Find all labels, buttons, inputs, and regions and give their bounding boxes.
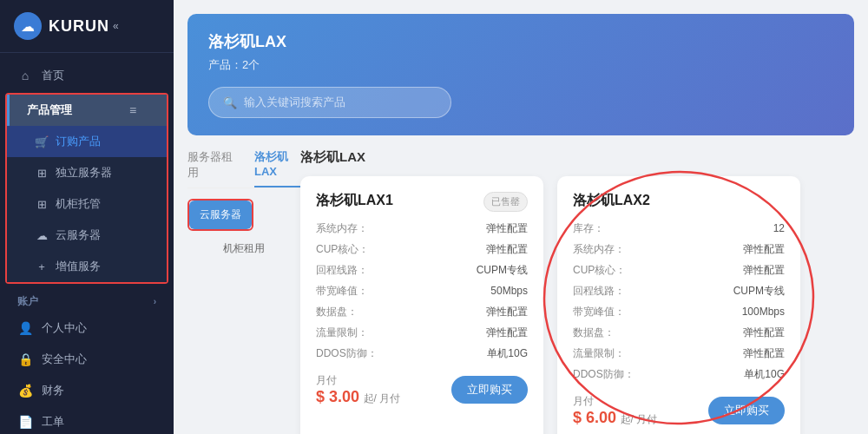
- lax1-footer: 月付 $ 3.00 起/ 月付 立即购买: [316, 373, 528, 406]
- lax1-spec-cpu: CUP核心： 弹性配置: [316, 241, 528, 257]
- tab-server-rental[interactable]: 服务器租用: [187, 149, 233, 187]
- logo-icon: ☁: [14, 12, 42, 40]
- tab-lax[interactable]: 洛杉矶LAX: [254, 149, 300, 187]
- content-layout: 服务器租用 洛杉矶LAX 云服务器 机柜租用 洛杉矶LAX: [187, 149, 854, 434]
- home-label: 首页: [42, 68, 64, 83]
- account-label: 账户: [17, 294, 38, 309]
- product-management-label: 产品管理: [27, 102, 72, 118]
- lax1-spec-route: 回程线路： CUPM专线: [316, 262, 528, 278]
- lax2-spec-disk: 数据盘： 弹性配置: [573, 325, 785, 340]
- subscribe-label: 订购产品: [56, 134, 101, 149]
- lax2-spec-bandwidth: 带宽峰值： 100Mbps: [573, 304, 785, 319]
- lax1-spec-ddos: DDOS防御： 单机10G: [316, 345, 528, 361]
- lax1-price-area: 月付 $ 3.00 起/ 月付: [316, 373, 400, 406]
- security-label: 安全中心: [42, 352, 87, 367]
- lax2-buy-button[interactable]: 立即购买: [708, 397, 785, 424]
- lax1-buy-button[interactable]: 立即购买: [451, 376, 528, 404]
- home-icon: ⌂: [17, 68, 33, 83]
- lax1-spec-traffic: 流量限制： 弹性配置: [316, 325, 528, 340]
- rack-icon: ⊞: [35, 197, 49, 211]
- blue-card-title: 洛杉矶LAX: [208, 31, 833, 52]
- finance-icon: 💰: [17, 383, 33, 398]
- search-icon: 🔍: [223, 96, 237, 109]
- products-grid: 洛杉矶LAX1 已售罄 系统内存： 弹性配置 CUP核心： 弹性配置 回程线路：: [300, 176, 854, 434]
- sidebar-item-rack-hosting[interactable]: ⊞ 机柜托管: [7, 188, 167, 220]
- sidebar-item-cloud-server[interactable]: ☁ 云服务器: [7, 220, 167, 251]
- sidebar-item-finance[interactable]: 💰 财务: [0, 375, 174, 406]
- logo-text: KURUN: [49, 17, 109, 36]
- sidebar-item-subscribe-product[interactable]: 🛒 订购产品: [7, 126, 167, 157]
- blue-header-card: 洛杉矶LAX 产品：2个 🔍 输入关键词搜索产品: [187, 14, 854, 135]
- sub-nav-rack-rental[interactable]: 机柜租用: [187, 234, 300, 263]
- dedicated-server-label: 独立服务器: [56, 165, 112, 181]
- ticket-icon: 📄: [17, 414, 33, 430]
- value-added-label: 增值服务: [56, 259, 101, 274]
- sidebar-item-profile[interactable]: 👤 个人中心: [0, 312, 174, 344]
- product-management-section: 产品管理 ≡ 🛒 订购产品 ⊞ 独立服务器 ⊞ 机柜托管 ☁ 云服务器 + 增值…: [5, 93, 168, 284]
- cloud-server-label: 云服务器: [56, 227, 101, 243]
- menu-icon: ≡: [125, 102, 141, 118]
- lax1-spec-memory: 系统内存： 弹性配置: [316, 220, 528, 236]
- main-content: 洛杉矶LAX 产品：2个 🔍 输入关键词搜索产品 服务器租用 洛杉矶LAX 云服…: [174, 0, 868, 434]
- product-management-header: 产品管理 ≡: [7, 95, 167, 126]
- sub-nav-cloud-server[interactable]: 云服务器: [189, 201, 252, 229]
- cart-icon: 🛒: [35, 135, 49, 148]
- logo-arrows: «: [113, 20, 119, 32]
- account-chevron: ›: [154, 297, 156, 306]
- profile-label: 个人中心: [42, 320, 87, 336]
- cloud-server-sub-nav-wrapper: 云服务器: [187, 199, 253, 231]
- logo-area: ☁ KURUN «: [0, 0, 174, 53]
- lax2-spec-memory: 系统内存： 弹性配置: [573, 241, 785, 257]
- sidebar-nav: ⌂ 首页 产品管理 ≡ 🛒 订购产品 ⊞ 独立服务器 ⊞ 机柜托管 ☁: [0, 53, 174, 434]
- sidebar-item-dedicated-server[interactable]: ⊞ 独立服务器: [7, 157, 167, 188]
- server-icon: ⊞: [35, 166, 49, 180]
- lax2-price-area: 月付 $ 6.00 起/ 月付: [573, 394, 657, 427]
- blue-card-subtitle: 产品：2个: [208, 57, 833, 73]
- lax1-spec-bandwidth: 带宽峰值： 50Mbps: [316, 283, 528, 299]
- right-panel: 洛杉矶LAX 洛杉矶LAX1 已售罄 系统内存： 弹性配置 CUP核心： 弹性配…: [300, 149, 854, 434]
- cloud-icon: ☁: [35, 228, 49, 242]
- sidebar-item-value-added[interactable]: + 增值服务: [7, 251, 167, 282]
- sidebar-item-ticket[interactable]: 📄 工单: [0, 406, 174, 434]
- finance-label: 财务: [42, 383, 64, 398]
- rack-hosting-label: 机柜托管: [56, 196, 101, 212]
- account-section-header: 账户 ›: [0, 286, 174, 312]
- sub-nav-area: 云服务器 机柜租用: [187, 199, 300, 263]
- lax2-specs: 库存： 12 系统内存： 弹性配置 CUP核心： 弹性配置 回程线路：: [573, 220, 785, 382]
- lax1-spec-disk: 数据盘： 弹性配置: [316, 304, 528, 319]
- product-search-box[interactable]: 🔍 输入关键词搜索产品: [208, 87, 451, 118]
- lax2-spec-route: 回程线路： CUPM专线: [573, 283, 785, 299]
- products-section-title: 洛杉矶LAX: [300, 149, 854, 166]
- sidebar-item-home[interactable]: ⌂ 首页: [0, 60, 174, 91]
- lax2-spec-traffic: 流量限制： 弹性配置: [573, 345, 785, 361]
- plus-icon: +: [35, 260, 49, 273]
- profile-icon: 👤: [17, 320, 33, 336]
- lax1-specs: 系统内存： 弹性配置 CUP核心： 弹性配置 回程线路： CUPM专线 带宽: [316, 220, 528, 361]
- left-panel: 服务器租用 洛杉矶LAX 云服务器 机柜租用: [187, 149, 300, 434]
- search-placeholder: 输入关键词搜索产品: [244, 95, 345, 110]
- ticket-label: 工单: [42, 414, 64, 430]
- product-card-lax1: 洛杉矶LAX1 已售罄 系统内存： 弹性配置 CUP核心： 弹性配置 回程线路：: [300, 176, 543, 434]
- lax2-title: 洛杉矶LAX2: [573, 192, 785, 210]
- lax2-footer: 月付 $ 6.00 起/ 月付 立即购买: [573, 394, 785, 427]
- sold-out-badge: 已售罄: [483, 192, 528, 212]
- lax2-spec-stock: 库存： 12: [573, 220, 785, 236]
- lax2-spec-cpu: CUP核心： 弹性配置: [573, 262, 785, 278]
- lax2-spec-ddos: DDOS防御： 单机10G: [573, 366, 785, 382]
- product-card-lax2: 洛杉矶LAX2 库存： 12 系统内存： 弹性配置 CUP核心： 弹性配置: [557, 176, 800, 434]
- main-tabs: 服务器租用 洛杉矶LAX: [187, 149, 300, 188]
- sidebar: ☁ KURUN « ⌂ 首页 产品管理 ≡ 🛒 订购产品 ⊞ 独立服务器: [0, 0, 174, 434]
- sidebar-item-security[interactable]: 🔒 安全中心: [0, 344, 174, 375]
- security-icon: 🔒: [17, 352, 33, 367]
